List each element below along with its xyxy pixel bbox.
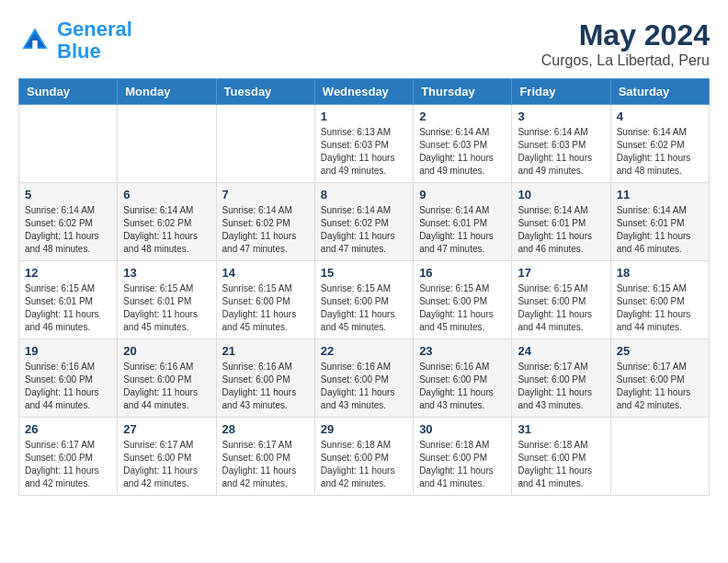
day-info: Sunrise: 6:15 AM Sunset: 6:00 PM Dayligh… [617, 282, 703, 334]
logo-text: General Blue [57, 18, 132, 63]
logo: General Blue [18, 18, 132, 63]
day-number: 31 [518, 422, 604, 436]
day-info: Sunrise: 6:14 AM Sunset: 6:03 PM Dayligh… [518, 126, 604, 178]
calendar-cell: 20Sunrise: 6:16 AM Sunset: 6:00 PM Dayli… [118, 339, 216, 418]
day-info: Sunrise: 6:13 AM Sunset: 6:03 PM Dayligh… [321, 126, 407, 178]
day-info: Sunrise: 6:14 AM Sunset: 6:02 PM Dayligh… [123, 204, 210, 256]
calendar-cell: 14Sunrise: 6:15 AM Sunset: 6:00 PM Dayli… [216, 261, 314, 339]
calendar-cell: 26Sunrise: 6:17 AM Sunset: 6:00 PM Dayli… [19, 418, 118, 496]
day-info: Sunrise: 6:14 AM Sunset: 6:02 PM Dayligh… [617, 126, 703, 178]
day-info: Sunrise: 6:17 AM Sunset: 6:00 PM Dayligh… [123, 439, 210, 490]
calendar-week-row: 26Sunrise: 6:17 AM Sunset: 6:00 PM Dayli… [19, 418, 710, 496]
calendar-cell [216, 105, 314, 183]
weekday-header: Friday [512, 79, 610, 105]
calendar-cell: 8Sunrise: 6:14 AM Sunset: 6:02 PM Daylig… [314, 183, 413, 261]
day-number: 4 [617, 109, 703, 123]
day-number: 7 [222, 188, 309, 201]
day-number: 23 [419, 344, 506, 358]
calendar-cell: 4Sunrise: 6:14 AM Sunset: 6:02 PM Daylig… [610, 105, 709, 183]
calendar-cell: 11Sunrise: 6:14 AM Sunset: 6:01 PM Dayli… [610, 183, 709, 261]
calendar-cell: 5Sunrise: 6:14 AM Sunset: 6:02 PM Daylig… [19, 183, 118, 261]
day-number: 27 [123, 422, 210, 436]
svg-rect-2 [32, 40, 37, 49]
day-info: Sunrise: 6:14 AM Sunset: 6:03 PM Dayligh… [419, 126, 506, 178]
day-number: 20 [123, 344, 210, 358]
calendar-cell: 22Sunrise: 6:16 AM Sunset: 6:00 PM Dayli… [314, 339, 413, 418]
day-info: Sunrise: 6:14 AM Sunset: 6:02 PM Dayligh… [25, 204, 111, 256]
day-info: Sunrise: 6:16 AM Sunset: 6:00 PM Dayligh… [123, 361, 210, 412]
day-number: 22 [321, 344, 407, 358]
day-info: Sunrise: 6:16 AM Sunset: 6:00 PM Dayligh… [419, 361, 506, 412]
calendar-header: SundayMondayTuesdayWednesdayThursdayFrid… [19, 79, 710, 105]
day-info: Sunrise: 6:14 AM Sunset: 6:02 PM Dayligh… [321, 204, 407, 256]
day-info: Sunrise: 6:17 AM Sunset: 6:00 PM Dayligh… [25, 439, 111, 490]
day-number: 28 [222, 422, 309, 436]
calendar-week-row: 19Sunrise: 6:16 AM Sunset: 6:00 PM Dayli… [19, 339, 710, 418]
calendar-cell: 2Sunrise: 6:14 AM Sunset: 6:03 PM Daylig… [414, 105, 512, 183]
day-info: Sunrise: 6:15 AM Sunset: 6:00 PM Dayligh… [222, 282, 309, 334]
day-number: 24 [518, 344, 604, 358]
calendar-cell [610, 418, 709, 496]
calendar-subtitle: Curgos, La Libertad, Peru [541, 52, 710, 69]
day-info: Sunrise: 6:16 AM Sunset: 6:00 PM Dayligh… [222, 361, 309, 412]
day-number: 29 [321, 422, 407, 436]
day-info: Sunrise: 6:18 AM Sunset: 6:00 PM Dayligh… [419, 439, 506, 490]
page-header: General Blue May 2024 Curgos, La Liberta… [18, 18, 710, 69]
day-number: 14 [222, 266, 309, 280]
calendar-cell: 3Sunrise: 6:14 AM Sunset: 6:03 PM Daylig… [512, 105, 610, 183]
calendar-cell: 6Sunrise: 6:14 AM Sunset: 6:02 PM Daylig… [118, 183, 216, 261]
day-number: 25 [617, 344, 703, 358]
calendar-week-row: 12Sunrise: 6:15 AM Sunset: 6:01 PM Dayli… [19, 261, 710, 339]
day-number: 1 [321, 109, 407, 123]
day-number: 30 [419, 422, 506, 436]
calendar-cell: 18Sunrise: 6:15 AM Sunset: 6:00 PM Dayli… [610, 261, 709, 339]
calendar-cell: 27Sunrise: 6:17 AM Sunset: 6:00 PM Dayli… [118, 418, 216, 496]
day-info: Sunrise: 6:15 AM Sunset: 6:00 PM Dayligh… [321, 282, 407, 334]
day-info: Sunrise: 6:18 AM Sunset: 6:00 PM Dayligh… [518, 439, 604, 490]
calendar-cell [19, 105, 118, 183]
calendar-cell: 16Sunrise: 6:15 AM Sunset: 6:00 PM Dayli… [414, 261, 512, 339]
day-number: 6 [123, 188, 210, 201]
weekday-header: Thursday [414, 79, 512, 105]
day-info: Sunrise: 6:15 AM Sunset: 6:01 PM Dayligh… [25, 282, 111, 334]
calendar-cell: 31Sunrise: 6:18 AM Sunset: 6:00 PM Dayli… [512, 418, 610, 496]
weekday-header: Tuesday [216, 79, 314, 105]
title-block: May 2024 Curgos, La Libertad, Peru [541, 18, 710, 69]
calendar-table: SundayMondayTuesdayWednesdayThursdayFrid… [18, 78, 710, 496]
day-number: 13 [123, 266, 210, 280]
day-number: 11 [617, 188, 703, 201]
calendar-cell: 19Sunrise: 6:16 AM Sunset: 6:00 PM Dayli… [19, 339, 118, 418]
calendar-cell: 29Sunrise: 6:18 AM Sunset: 6:00 PM Dayli… [314, 418, 413, 496]
day-number: 19 [25, 344, 111, 358]
day-info: Sunrise: 6:14 AM Sunset: 6:01 PM Dayligh… [518, 204, 604, 256]
calendar-cell: 9Sunrise: 6:14 AM Sunset: 6:01 PM Daylig… [414, 183, 512, 261]
day-number: 3 [518, 109, 604, 123]
calendar-cell: 25Sunrise: 6:17 AM Sunset: 6:00 PM Dayli… [610, 339, 709, 418]
day-number: 8 [321, 188, 407, 201]
day-number: 2 [419, 109, 506, 123]
calendar-cell: 10Sunrise: 6:14 AM Sunset: 6:01 PM Dayli… [512, 183, 610, 261]
day-info: Sunrise: 6:14 AM Sunset: 6:01 PM Dayligh… [617, 204, 703, 256]
day-info: Sunrise: 6:14 AM Sunset: 6:02 PM Dayligh… [222, 204, 309, 256]
calendar-cell: 12Sunrise: 6:15 AM Sunset: 6:01 PM Dayli… [19, 261, 118, 339]
day-number: 10 [518, 188, 604, 201]
calendar-cell: 15Sunrise: 6:15 AM Sunset: 6:00 PM Dayli… [314, 261, 413, 339]
day-info: Sunrise: 6:16 AM Sunset: 6:00 PM Dayligh… [321, 361, 407, 412]
day-number: 26 [25, 422, 111, 436]
weekday-header-row: SundayMondayTuesdayWednesdayThursdayFrid… [19, 79, 710, 105]
logo-general: General [57, 17, 132, 40]
calendar-cell: 7Sunrise: 6:14 AM Sunset: 6:02 PM Daylig… [216, 183, 314, 261]
calendar-body: 1Sunrise: 6:13 AM Sunset: 6:03 PM Daylig… [19, 105, 710, 496]
calendar-cell [118, 105, 216, 183]
day-info: Sunrise: 6:15 AM Sunset: 6:00 PM Dayligh… [518, 282, 604, 334]
calendar-week-row: 5Sunrise: 6:14 AM Sunset: 6:02 PM Daylig… [19, 183, 710, 261]
day-info: Sunrise: 6:18 AM Sunset: 6:00 PM Dayligh… [321, 439, 407, 490]
calendar-cell: 24Sunrise: 6:17 AM Sunset: 6:00 PM Dayli… [512, 339, 610, 418]
calendar-cell: 23Sunrise: 6:16 AM Sunset: 6:00 PM Dayli… [414, 339, 512, 418]
day-info: Sunrise: 6:15 AM Sunset: 6:00 PM Dayligh… [419, 282, 506, 334]
day-number: 15 [321, 266, 407, 280]
weekday-header: Wednesday [314, 79, 413, 105]
day-info: Sunrise: 6:17 AM Sunset: 6:00 PM Dayligh… [617, 361, 703, 412]
calendar-cell: 28Sunrise: 6:17 AM Sunset: 6:00 PM Dayli… [216, 418, 314, 496]
day-number: 21 [222, 344, 309, 358]
